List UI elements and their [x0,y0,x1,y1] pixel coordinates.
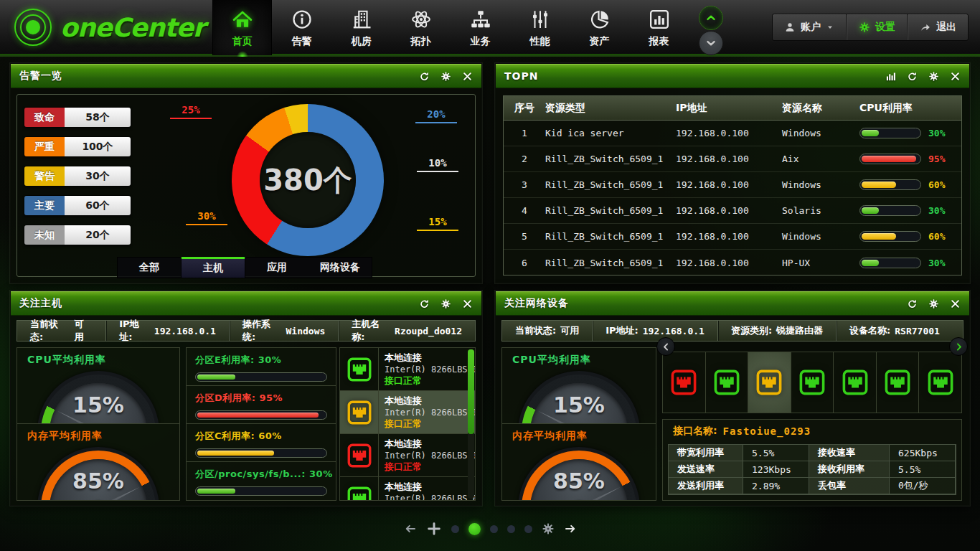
gear-icon[interactable] [928,298,939,309]
status-label: 当前状态: [30,318,70,344]
close-icon[interactable] [950,298,961,309]
alarm-filter-tab[interactable]: 网络设备 [308,258,372,278]
alarm-legend-button[interactable]: 警告 30个 [24,166,131,187]
pager-forward-button[interactable] [564,522,577,535]
status-item: 设备名称: RSR77001 [837,321,953,341]
refresh-icon[interactable] [419,298,430,309]
dashboard-screen: oneCenter 首页 告警 机房 [0,0,980,551]
panel-tools [419,298,473,309]
dashboard-pager [0,521,980,537]
pager-dot[interactable] [507,525,515,533]
alarm-legend-button[interactable]: 严重 100个 [24,136,131,157]
port-tile[interactable] [877,352,920,413]
port-tile[interactable] [748,352,791,413]
port-tile[interactable] [791,352,834,413]
gear-icon[interactable] [928,71,939,82]
cpu-bar-track [859,205,921,216]
pager-dot[interactable] [490,525,498,533]
resource-type: Rill_ZB_Switch_6509_1 [545,231,676,242]
cpu-gauge-section: CPU平均利用率 15% [502,348,656,424]
alarm-panel-header: 告警一览 [11,64,481,88]
pager-dot[interactable] [524,525,532,533]
partition-label: 分区D利用率: 95% [195,392,327,405]
partition-bar-fill [197,375,235,380]
nav-item[interactable]: 拓扑 [391,0,451,55]
interface-desc: Inter(R) 8266LBS 09-1 [385,364,469,375]
nav-item[interactable]: 业务 [451,0,510,55]
pager-dot[interactable] [451,525,459,533]
close-icon[interactable] [950,71,961,82]
interface-list-item[interactable]: 本地连接 Inter(R) 8266LBS 09-1 接口正常 [340,477,475,500]
interface-list-item[interactable]: 本地连接 Inter(R) 8266LBS 09-1 接口正常 [340,391,475,434]
gear-icon[interactable] [440,71,451,82]
logout-button[interactable]: 退出 [908,14,968,40]
alarm-legend-button[interactable]: 未知 20个 [24,225,131,245]
interface-list-scrollbar[interactable] [468,349,474,499]
column-header: 序号 [504,102,545,115]
panel-tools [907,298,961,309]
settings-button[interactable]: 设置 [847,14,908,40]
row-index: 2 [504,154,545,164]
status-item: 当前状态: 可用 [502,321,593,341]
memory-gauge-label: 内存平均利用率 [17,424,179,443]
gear-icon[interactable] [440,298,451,309]
close-icon[interactable] [462,298,473,309]
refresh-icon[interactable] [907,71,918,82]
alarm-legend-button[interactable]: 主要 60个 [24,195,131,216]
interface-list-item[interactable]: 本地连接 Inter(R) 8266LBS 09-1 接口正常 [340,434,475,477]
refresh-icon[interactable] [907,298,918,309]
interface-icon-cell [340,434,379,476]
port-tile[interactable] [706,352,749,413]
table-row[interactable]: 4 Rill_ZB_Switch_6509_1 192.168.0.100 So… [504,198,961,224]
ip-address: 192.168.0.100 [676,154,782,164]
nav-item[interactable]: 报表 [629,0,689,55]
memory-gauge-value: 85% [518,468,640,494]
scrollbar-thumb[interactable] [468,349,474,434]
chevron-right-icon [954,342,963,352]
table-row[interactable]: 1 Kid ica server 192.168.0.100 Windows 3… [504,121,961,146]
memory-gauge-section: 内存平均利用率 85% [17,424,179,500]
chart-icon[interactable] [885,71,896,82]
table-row[interactable]: 3 Rill_ZB_Switch_6509_1 192.168.0.100 Wi… [504,172,961,198]
table-row[interactable]: 5 Rill_ZB_Switch_6509_1 192.168.0.100 Wi… [504,224,961,250]
interface-list-item[interactable]: 本地连接 Inter(R) 8266LBS 09-1 接口正常 [340,348,475,391]
table-row[interactable]: 2 Rill_ZB_Switch_6509_1 192.168.0.100 Ai… [504,146,961,172]
partition-label: 分区C利用率: 60% [195,430,327,443]
alarm-filter-tab[interactable]: 应用 [245,258,308,278]
pager-add-button[interactable] [426,521,442,537]
alarm-filter-tab[interactable]: 全部 [118,258,181,278]
panel-title: 关注网络设备 [504,297,569,310]
port-tile[interactable] [919,352,961,413]
info-label: 发送速率 [669,461,743,478]
alarm-legend-button[interactable]: 致命 58个 [24,107,131,128]
pager-settings-button[interactable] [542,522,555,535]
alarm-filter-tab[interactable]: 主机 [181,257,245,278]
refresh-icon[interactable] [419,71,430,82]
table-row[interactable]: 6 Rill_ZB_Switch_6509_1 192.168.0.100 HP… [504,250,961,276]
nav-scroll-up-button[interactable] [699,6,723,30]
account-button[interactable]: 账户 [773,14,847,40]
ethernet-port-icon [347,486,372,501]
pager-dot[interactable] [468,523,481,535]
device-gauges-column: CPU平均利用率 15% 内存平均利用率 85% [501,347,656,501]
nav-item[interactable]: 性能 [510,0,570,55]
ethernet-port-icon [347,443,372,468]
device-interface-box: 接口名称: Fastoiue_0293 带宽利用率 5.5% 接收速率 625K… [662,419,962,501]
partition-row: 分区C利用率: 60% [187,424,336,462]
interface-name-row: 接口名称: Fastoiue_0293 [663,420,961,443]
host-partitions-column: 分区E利用率: 30% 分区D利用率: 95% [186,347,336,501]
nav-item[interactable]: 首页 [212,0,272,55]
close-icon[interactable] [462,71,473,82]
nav-item[interactable]: 告警 [272,0,331,55]
partition-row: 分区E利用率: 30% [187,348,336,386]
pager-back-button[interactable] [404,522,417,535]
port-tile[interactable] [663,352,706,413]
port-tile[interactable] [834,352,877,413]
ports-next-button[interactable] [949,337,968,356]
gear-icon [859,22,870,33]
interface-text: 本地连接 Inter(R) 8266LBS 09-1 接口正常 [379,434,475,476]
nav-item[interactable]: 资产 [570,0,629,55]
nav-scroll-down-button[interactable] [699,31,723,55]
nav-item[interactable]: 机房 [331,0,391,55]
ports-prev-button[interactable] [656,337,675,356]
